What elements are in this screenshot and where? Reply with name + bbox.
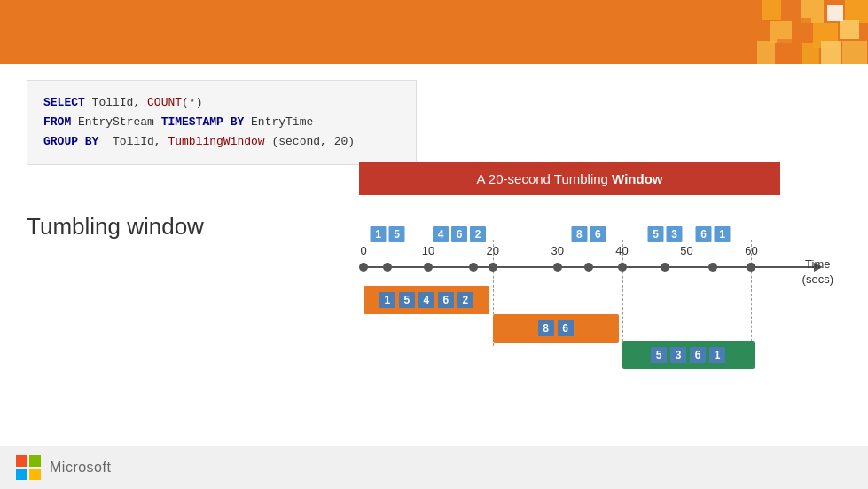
dot-3 bbox=[469, 263, 478, 272]
dot-4 bbox=[553, 263, 562, 272]
svg-rect-8 bbox=[840, 20, 859, 39]
ms-green-square bbox=[29, 455, 41, 467]
wb1-b3: 4 bbox=[418, 292, 434, 308]
code-line-2: FROM EntryStream TIMESTAMP BY EntryTime bbox=[43, 113, 400, 132]
wb1-b1: 1 bbox=[379, 292, 395, 308]
dot-60 bbox=[747, 263, 755, 272]
badge-3-2: 6 bbox=[590, 226, 606, 242]
tick-0: 0 bbox=[360, 244, 366, 257]
timeline-area: 0 10 20 30 40 50 60 1 5 4 6 2 8 6 5 3 6 bbox=[355, 213, 833, 417]
time-label: Time(secs) bbox=[802, 257, 833, 288]
dot-5 bbox=[584, 263, 593, 272]
code-block: SELECT TollId, COUNT(*) FROM EntryStream… bbox=[27, 80, 417, 165]
badge-2-1: 4 bbox=[433, 226, 449, 242]
badge-group-5: 6 1 bbox=[696, 226, 731, 242]
wb3-b2: 3 bbox=[670, 347, 686, 363]
ms-red-square bbox=[16, 455, 27, 467]
badge-group-4: 5 3 bbox=[648, 226, 683, 242]
wb3-b4: 1 bbox=[709, 347, 725, 363]
badge-1-1: 1 bbox=[371, 226, 387, 242]
badge-4-2: 3 bbox=[667, 226, 683, 242]
dot-40 bbox=[618, 263, 627, 272]
window-bar-2: 8 6 bbox=[493, 314, 619, 343]
svg-rect-9 bbox=[757, 41, 775, 64]
wb2-b1: 8 bbox=[538, 320, 554, 336]
ms-yellow-square bbox=[29, 469, 41, 480]
ms-squares bbox=[16, 455, 41, 480]
ms-blue-square bbox=[16, 469, 27, 480]
tick-30: 30 bbox=[551, 244, 563, 257]
dot-1 bbox=[383, 263, 392, 272]
badge-3-1: 8 bbox=[571, 226, 587, 242]
tick-20: 20 bbox=[487, 244, 499, 257]
window-title: Tumbling window bbox=[27, 213, 204, 241]
microsoft-logo: Microsoft bbox=[16, 455, 111, 480]
header-banner bbox=[0, 0, 868, 64]
window-bar-3: 5 3 6 1 bbox=[622, 341, 755, 369]
wb1-b2: 5 bbox=[399, 292, 415, 308]
badge-2-2: 6 bbox=[451, 226, 467, 242]
svg-rect-12 bbox=[821, 41, 841, 64]
footer: Microsoft bbox=[0, 446, 868, 489]
badge-2-3: 2 bbox=[470, 226, 486, 242]
code-line-1: SELECT TollId, COUNT(*) bbox=[43, 93, 400, 113]
svg-rect-10 bbox=[777, 39, 800, 64]
tick-50: 50 bbox=[680, 244, 692, 257]
tick-10: 10 bbox=[422, 244, 434, 257]
svg-rect-6 bbox=[794, 18, 811, 35]
wb1-b5: 2 bbox=[457, 292, 473, 308]
badge-1-2: 5 bbox=[389, 226, 405, 242]
svg-rect-14 bbox=[827, 5, 843, 21]
dot-2 bbox=[424, 263, 433, 272]
main-content: SELECT TollId, COUNT(*) FROM EntryStream… bbox=[0, 64, 868, 446]
dot-0 bbox=[359, 263, 368, 272]
window-bar-1: 1 5 4 6 2 bbox=[364, 286, 489, 314]
wb3-b1: 5 bbox=[651, 347, 667, 363]
header-mosaic-decoration bbox=[584, 0, 868, 64]
code-line-3: GROUP BY TollId, TumblingWindow (second,… bbox=[43, 132, 400, 152]
badge-group-1: 1 5 bbox=[371, 226, 405, 242]
wb3-b3: 6 bbox=[690, 347, 706, 363]
dot-20 bbox=[489, 263, 497, 272]
tumbling-window-banner: A 20-second Tumbling Window bbox=[359, 162, 780, 195]
badge-5-1: 6 bbox=[696, 226, 712, 242]
svg-rect-13 bbox=[842, 41, 867, 64]
banner-text: A 20-second Tumbling Window bbox=[477, 171, 663, 186]
microsoft-text: Microsoft bbox=[50, 460, 111, 476]
tick-40: 40 bbox=[615, 244, 628, 257]
svg-rect-11 bbox=[802, 43, 819, 64]
dot-6 bbox=[661, 263, 669, 272]
wb2-b2: 6 bbox=[558, 320, 574, 336]
badge-group-2: 4 6 2 bbox=[433, 226, 486, 242]
badge-group-3: 8 6 bbox=[571, 226, 606, 242]
wb1-b4: 6 bbox=[438, 292, 454, 308]
dot-7 bbox=[708, 263, 717, 272]
badge-4-1: 5 bbox=[648, 226, 664, 242]
svg-rect-1 bbox=[783, 0, 799, 16]
svg-rect-0 bbox=[762, 0, 781, 20]
badge-5-2: 1 bbox=[715, 226, 731, 242]
tick-60: 60 bbox=[745, 244, 757, 257]
